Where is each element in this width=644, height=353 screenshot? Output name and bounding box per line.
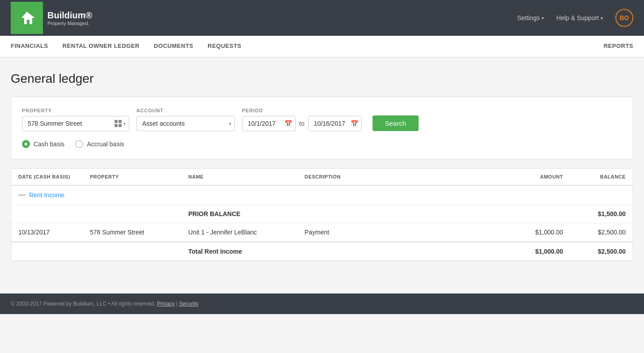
sub-nav: FINANCIALS RENTAL OWNER LEDGER DOCUMENTS… (0, 36, 644, 57)
row-amount: $1,000.00 (500, 229, 563, 236)
nav-documents[interactable]: DOCUMENTS (154, 36, 193, 56)
nav-requests[interactable]: REQUESTS (208, 36, 242, 56)
logo-box (11, 2, 43, 34)
search-button[interactable]: Search (373, 115, 419, 131)
total-balance: $2,500.00 (563, 248, 626, 255)
nav-financials[interactable]: FINANCIALS (11, 36, 48, 56)
property-filter-group: PROPERTY 578 Summer Street ▾ (22, 108, 129, 131)
logo-icon (18, 9, 36, 27)
th-name: NAME (188, 174, 305, 179)
cash-basis-label: Cash basis (34, 140, 64, 148)
nav-reports[interactable]: REPORTS (604, 36, 633, 56)
radio-row: Cash basis Accrual basis (22, 140, 622, 148)
top-nav-right: Settings ▾ Help & Support ▾ BO (517, 9, 633, 27)
logo-area: Buildium® Property Managed. (11, 2, 92, 34)
avatar[interactable]: BO (615, 9, 633, 27)
section-name-rent-income[interactable]: Rent Income (29, 191, 64, 199)
settings-chevron-icon: ▾ (542, 16, 544, 21)
date-to-wrap: 📅 (308, 116, 362, 131)
total-date (18, 248, 90, 255)
total-row: Total Rent Income $1,000.00 $2,500.00 (11, 242, 633, 261)
total-label: Total Rent Income (188, 248, 305, 255)
footer-text: © 2003-2017 Powered by Buildium, LLC • A… (11, 301, 633, 307)
period-filter-group: PERIOD 📅 to 📅 (242, 108, 362, 131)
row-balance: $2,500.00 (563, 229, 626, 236)
table-row: 10/13/2017 578 Summer Street Unit 1 - Je… (11, 223, 633, 242)
help-chevron-icon: ▾ (601, 16, 603, 21)
accrual-basis-option[interactable]: Accrual basis (75, 140, 124, 148)
row-description: Payment (305, 229, 500, 236)
filter-row: PROPERTY 578 Summer Street ▾ ACCOUNT (22, 108, 622, 131)
top-nav: Buildium® Property Managed. Settings ▾ H… (0, 0, 644, 36)
prior-balance-name: PRIOR BALANCE (188, 210, 305, 217)
sub-nav-right: REPORTS (604, 36, 633, 56)
footer-security-link[interactable]: Security (179, 301, 198, 307)
to-label: to (299, 120, 305, 127)
prior-balance-description (305, 210, 500, 217)
th-property: PROPERTY (90, 174, 188, 179)
th-amount: AMOUNT (500, 174, 563, 179)
help-support-link[interactable]: Help & Support ▾ (556, 14, 603, 21)
property-select-wrap: 578 Summer Street ▾ (22, 116, 129, 131)
footer: © 2003-2017 Powered by Buildium, LLC • A… (0, 293, 644, 314)
main-content: General ledger PROPERTY 578 Summer Stree… (0, 57, 644, 276)
ledger-table: DATE (CASH BASIS) PROPERTY NAME DESCRIPT… (11, 168, 633, 261)
date-from-input[interactable] (242, 116, 296, 131)
prior-balance-row: PRIOR BALANCE $1,500.00 (11, 205, 633, 223)
th-description: DESCRIPTION (305, 174, 500, 179)
date-to-input[interactable] (308, 116, 362, 131)
account-label: ACCOUNT (136, 108, 235, 113)
cash-basis-radio[interactable] (22, 140, 30, 148)
prior-balance-amount (500, 210, 563, 217)
logo-text: Buildium® Property Managed. (47, 10, 92, 26)
prior-balance-date (18, 210, 90, 217)
table-header: DATE (CASH BASIS) PROPERTY NAME DESCRIPT… (11, 169, 633, 186)
prior-balance-balance: $1,500.00 (563, 210, 626, 217)
property-label: PROPERTY (22, 108, 129, 113)
total-amount: $1,000.00 (500, 248, 563, 255)
row-property: 578 Summer Street (90, 229, 188, 236)
rent-income-section-row: — Rent Income (11, 186, 633, 205)
total-description (305, 248, 500, 255)
th-date: DATE (CASH BASIS) (18, 174, 90, 179)
th-balance: BALANCE (563, 174, 626, 179)
period-label: PERIOD (242, 108, 362, 113)
cash-basis-option[interactable]: Cash basis (22, 140, 64, 148)
accrual-basis-label: Accrual basis (87, 140, 124, 148)
account-select-wrap: Asset accounts ▾ (136, 116, 235, 131)
filter-card: PROPERTY 578 Summer Street ▾ ACCOUNT (11, 97, 633, 159)
brand-name: Buildium® (47, 10, 92, 21)
page-title: General ledger (11, 72, 633, 86)
property-select[interactable]: 578 Summer Street (22, 116, 129, 131)
sub-nav-left: FINANCIALS RENTAL OWNER LEDGER DOCUMENTS… (11, 36, 242, 56)
row-date: 10/13/2017 (18, 229, 90, 236)
prior-balance-property (90, 210, 188, 217)
accrual-basis-radio[interactable] (75, 140, 83, 148)
settings-link[interactable]: Settings ▾ (517, 14, 544, 21)
period-row: 📅 to 📅 (242, 116, 362, 131)
account-filter-group: ACCOUNT Asset accounts ▾ (136, 108, 235, 131)
total-property (90, 248, 188, 255)
section-collapse-icon[interactable]: — (18, 191, 25, 199)
footer-privacy-link[interactable]: Privacy (157, 301, 174, 307)
account-select[interactable]: Asset accounts (136, 116, 235, 131)
nav-rental-owner-ledger[interactable]: RENTAL OWNER LEDGER (63, 36, 140, 56)
brand-tagline: Property Managed. (47, 21, 92, 26)
row-name: Unit 1 - Jennifer LeBlanc (188, 229, 305, 236)
date-from-wrap: 📅 (242, 116, 296, 131)
